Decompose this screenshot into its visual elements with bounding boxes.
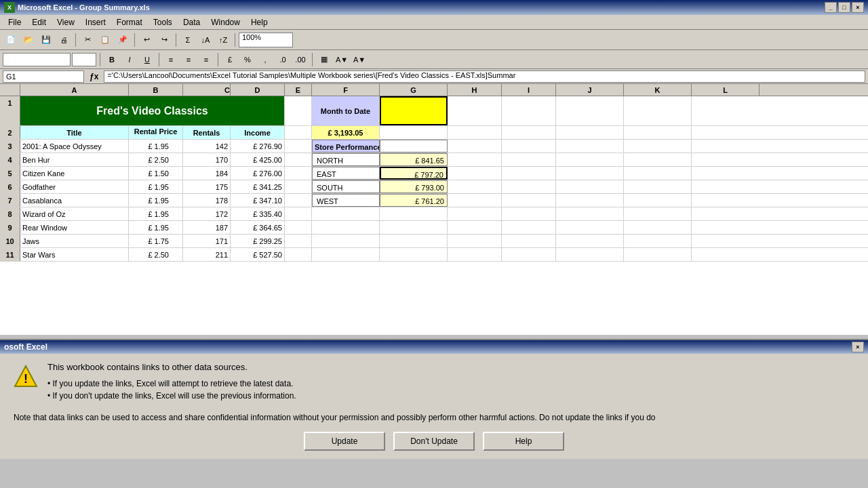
- cell-f5-store-label[interactable]: EAST: [312, 167, 380, 180]
- paste-button[interactable]: 📌: [115, 33, 131, 47]
- sort-desc-button[interactable]: ↑Z: [215, 33, 231, 47]
- cell-d3[interactable]: £ 276.90: [231, 140, 285, 152]
- cell-c4[interactable]: 170: [183, 153, 231, 166]
- cell-a2[interactable]: Title: [20, 126, 129, 139]
- col-header-i[interactable]: I: [502, 84, 556, 96]
- cell-b11[interactable]: £ 2.50: [129, 248, 183, 261]
- cell-b7[interactable]: £ 1.95: [129, 194, 183, 207]
- cell-a5[interactable]: Citizen Kane: [20, 167, 129, 180]
- cell-a1[interactable]: Fred's Video Classics: [20, 96, 285, 125]
- cell-b8[interactable]: £ 1.95: [129, 207, 183, 220]
- col-header-h[interactable]: H: [448, 84, 502, 96]
- cut-button[interactable]: ✂: [79, 33, 96, 47]
- percent-button[interactable]: %: [239, 52, 256, 67]
- align-center-button[interactable]: ≡: [180, 52, 197, 67]
- font-size-input[interactable]: [72, 53, 96, 66]
- row-header-3[interactable]: 3: [0, 140, 20, 152]
- update-button[interactable]: Update: [304, 432, 385, 451]
- font-color-button[interactable]: A▼: [351, 52, 368, 67]
- save-button[interactable]: 💾: [38, 33, 54, 47]
- col-header-l[interactable]: L: [692, 84, 760, 96]
- font-name-input[interactable]: [3, 53, 71, 66]
- cell-d8[interactable]: £ 335.40: [231, 207, 285, 220]
- col-header-d[interactable]: D: [231, 84, 285, 96]
- underline-button[interactable]: U: [139, 52, 155, 67]
- cell-f1[interactable]: Month to Date: [312, 96, 380, 125]
- menu-insert[interactable]: Insert: [80, 16, 111, 28]
- row-header-7[interactable]: 7: [0, 194, 20, 207]
- menu-tools[interactable]: Tools: [148, 16, 178, 28]
- maximize-button[interactable]: □: [838, 2, 850, 13]
- cell-d9[interactable]: £ 364.65: [231, 221, 285, 234]
- sum-button[interactable]: Σ: [180, 33, 196, 47]
- decrease-decimal-button[interactable]: .00: [292, 52, 309, 67]
- print-button[interactable]: 🖨: [56, 33, 72, 47]
- cell-c6[interactable]: 175: [183, 180, 231, 193]
- cell-c2[interactable]: Rentals: [183, 126, 231, 139]
- cell-a6[interactable]: Godfather: [20, 180, 129, 193]
- align-left-button[interactable]: ≡: [163, 52, 179, 67]
- borders-button[interactable]: ▦: [316, 52, 332, 67]
- cell-b5[interactable]: £ 1.50: [129, 167, 183, 180]
- cell-f3[interactable]: Store Performance: [312, 140, 380, 152]
- col-header-k[interactable]: K: [624, 84, 692, 96]
- cell-g4-store-value[interactable]: £ 841.65: [380, 153, 448, 166]
- menu-data[interactable]: Data: [178, 16, 205, 28]
- cell-b4[interactable]: £ 2.50: [129, 153, 183, 166]
- cell-c3[interactable]: 142: [183, 140, 231, 152]
- window-controls[interactable]: _ □ ×: [825, 2, 864, 13]
- cell-d7[interactable]: £ 347.10: [231, 194, 285, 207]
- menu-view[interactable]: View: [52, 16, 80, 28]
- minimize-button[interactable]: _: [825, 2, 837, 13]
- col-header-j[interactable]: J: [556, 84, 624, 96]
- row-header-10[interactable]: 10: [0, 235, 20, 247]
- cell-f6-store-label[interactable]: SOUTH: [312, 180, 380, 193]
- row-header-9[interactable]: 9: [0, 221, 20, 234]
- cell-d2[interactable]: Income: [231, 126, 285, 139]
- col-header-f[interactable]: F: [312, 84, 380, 96]
- cell-c11[interactable]: 211: [183, 248, 231, 261]
- col-header-e[interactable]: E: [285, 84, 312, 96]
- cell-f7-store-label[interactable]: WEST: [312, 194, 380, 207]
- row-header-1[interactable]: 1: [0, 96, 20, 125]
- redo-button[interactable]: ↪: [156, 33, 172, 47]
- cell-c5[interactable]: 184: [183, 167, 231, 180]
- row-header-4[interactable]: 4: [0, 153, 20, 166]
- align-right-button[interactable]: ≡: [198, 52, 214, 67]
- cell-c9[interactable]: 187: [183, 221, 231, 234]
- bold-button[interactable]: B: [104, 52, 120, 67]
- cell-d6[interactable]: £ 341.25: [231, 180, 285, 193]
- menu-format[interactable]: Format: [111, 16, 148, 28]
- row-header-2[interactable]: 2: [0, 126, 20, 139]
- cell-a8[interactable]: Wizard of Oz: [20, 207, 129, 220]
- cell-g6-store-value[interactable]: £ 793.00: [380, 180, 448, 193]
- cell-a11[interactable]: Star Wars: [20, 248, 129, 261]
- cell-a10[interactable]: Jaws: [20, 235, 129, 247]
- cell-b6[interactable]: £ 1.95: [129, 180, 183, 193]
- dialog-close-button[interactable]: ×: [852, 342, 864, 352]
- cell-g1[interactable]: [380, 96, 448, 125]
- zoom-dropdown[interactable]: 100%: [239, 33, 293, 47]
- cell-g7-store-value[interactable]: £ 761.20: [380, 194, 448, 207]
- dont-update-button[interactable]: Don't Update: [393, 432, 475, 451]
- italic-button[interactable]: I: [121, 52, 138, 67]
- cell-f4-store-label[interactable]: NORTH: [312, 153, 380, 166]
- row-header-5[interactable]: 5: [0, 167, 20, 180]
- row-header-8[interactable]: 8: [0, 207, 20, 220]
- copy-button[interactable]: 📋: [97, 33, 113, 47]
- cell-d5[interactable]: £ 276.00: [231, 167, 285, 180]
- cell-a7[interactable]: Casablanca: [20, 194, 129, 207]
- cell-b10[interactable]: £ 1.75: [129, 235, 183, 247]
- currency-button[interactable]: £: [222, 52, 238, 67]
- comma-button[interactable]: ,: [257, 52, 273, 67]
- cell-c10[interactable]: 171: [183, 235, 231, 247]
- menu-file[interactable]: File: [3, 16, 26, 28]
- new-button[interactable]: 📄: [3, 33, 19, 47]
- cell-b9[interactable]: £ 1.95: [129, 221, 183, 234]
- col-header-b[interactable]: B: [129, 84, 183, 96]
- fill-color-button[interactable]: A▼: [334, 52, 350, 67]
- cell-c8[interactable]: 172: [183, 207, 231, 220]
- menu-help[interactable]: Help: [245, 16, 273, 28]
- row-header-6[interactable]: 6: [0, 180, 20, 193]
- name-box-input[interactable]: [3, 70, 84, 83]
